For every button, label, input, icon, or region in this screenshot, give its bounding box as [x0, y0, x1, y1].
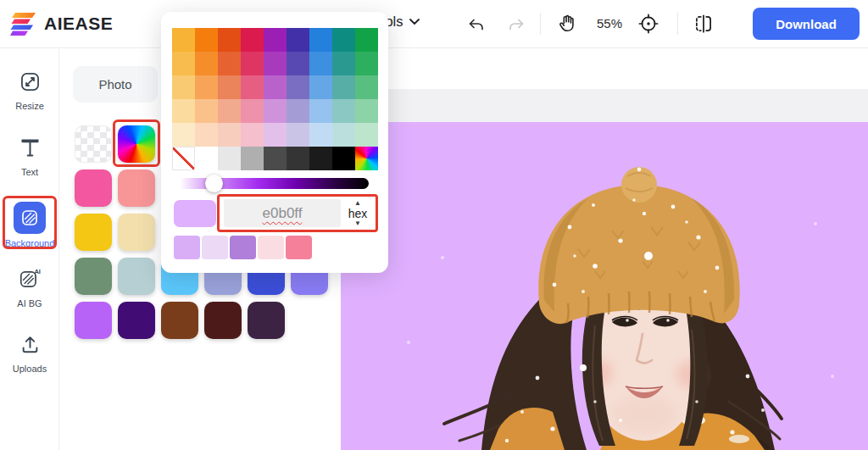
sidebar-item-resize[interactable]: Resize — [0, 70, 59, 111]
color-swatch[interactable] — [118, 258, 155, 295]
compare-before-after-button[interactable] — [693, 13, 715, 35]
recent-color-swatch[interactable] — [202, 236, 228, 259]
palette-cell[interactable] — [195, 75, 218, 99]
palette-cell[interactable] — [172, 52, 195, 75]
color-swatch[interactable] — [118, 169, 155, 207]
palette-cell[interactable] — [241, 147, 264, 170]
palette-cell[interactable] — [332, 147, 355, 170]
palette-cell[interactable] — [332, 123, 355, 147]
sidebar-item-uploads[interactable]: Uploads — [0, 333, 59, 374]
slider-thumb[interactable] — [205, 175, 223, 192]
app-logo[interactable]: AIEASE — [10, 11, 113, 36]
palette-cell[interactable] — [195, 123, 218, 147]
palette-cell[interactable] — [264, 75, 287, 99]
compare-split-icon — [693, 13, 715, 35]
color-swatch[interactable] — [161, 302, 198, 339]
palette-cell[interactable] — [287, 28, 309, 52]
tab-photo[interactable]: Photo — [73, 66, 158, 103]
palette-cell[interactable] — [218, 147, 241, 170]
sidebar-label-background: Background — [0, 238, 59, 248]
pan-hand-button[interactable] — [556, 13, 578, 35]
palette-cell[interactable] — [355, 52, 378, 75]
palette-cell[interactable] — [218, 28, 241, 52]
palette-cell[interactable] — [172, 147, 195, 170]
palette-cell[interactable] — [309, 28, 332, 52]
palette-cell[interactable] — [241, 99, 264, 123]
palette-cell[interactable] — [218, 52, 241, 75]
recent-color-swatch[interactable] — [286, 236, 312, 259]
color-swatch[interactable] — [204, 302, 242, 339]
download-button[interactable]: Download — [753, 8, 860, 40]
color-swatch[interactable] — [248, 302, 285, 339]
palette-cell[interactable] — [195, 28, 218, 52]
color-swatch[interactable] — [118, 214, 155, 251]
shade-slider[interactable] — [178, 178, 369, 189]
palette-cell[interactable] — [287, 147, 309, 170]
palette-cell[interactable] — [309, 123, 332, 147]
palette-cell[interactable] — [309, 52, 332, 75]
recent-color-swatch[interactable] — [230, 236, 256, 259]
sidebar-item-text[interactable]: Text — [0, 136, 59, 177]
palette-cell[interactable] — [355, 75, 378, 99]
locate-center-button[interactable] — [637, 13, 659, 35]
palette-cell[interactable] — [241, 28, 264, 52]
palette-cell[interactable] — [355, 147, 378, 170]
spinner-up-icon[interactable]: ▲ — [354, 200, 361, 207]
palette-cell[interactable] — [195, 147, 218, 170]
svg-text:AI: AI — [34, 268, 41, 275]
palette-cell[interactable] — [309, 147, 332, 170]
color-swatch[interactable] — [75, 214, 112, 251]
color-swatch[interactable] — [75, 258, 112, 295]
sidebar-item-background[interactable]: Background — [0, 202, 59, 248]
aiease-logo-icon — [10, 11, 37, 36]
palette-cell[interactable] — [332, 28, 355, 52]
palette-cell[interactable] — [241, 52, 264, 75]
palette-cell[interactable] — [218, 99, 241, 123]
recent-color-swatch[interactable] — [174, 236, 200, 259]
left-sidebar: Resize Text Background AI AI BG Uploads — [0, 48, 59, 450]
undo-button[interactable] — [465, 14, 487, 36]
redo-button[interactable] — [505, 14, 527, 36]
palette-cell[interactable] — [309, 99, 332, 123]
hex-input[interactable]: e0b0ff — [224, 199, 341, 227]
sidebar-item-ai-bg[interactable]: AI AI BG — [0, 267, 59, 308]
color-swatch[interactable] — [118, 302, 155, 339]
palette-cell[interactable] — [218, 75, 241, 99]
palette-cell[interactable] — [241, 123, 264, 147]
palette-cell[interactable] — [332, 75, 355, 99]
palette-cell[interactable] — [355, 28, 378, 52]
color-swatch[interactable] — [75, 169, 112, 207]
zoom-level[interactable]: 55% — [591, 16, 628, 31]
palette-cell[interactable] — [355, 123, 378, 147]
palette-cell[interactable] — [287, 52, 309, 75]
palette-cell[interactable] — [287, 99, 309, 123]
palette-cell[interactable] — [195, 99, 218, 123]
palette-cell[interactable] — [172, 28, 195, 52]
spinner-down-icon[interactable]: ▼ — [354, 220, 361, 227]
palette-cell[interactable] — [287, 123, 309, 147]
rainbow-gradient-swatch[interactable] — [118, 125, 155, 163]
palette-cell[interactable] — [172, 75, 195, 99]
canvas-margin-strip — [341, 89, 868, 122]
canvas-image[interactable] — [341, 122, 868, 450]
palette-cell[interactable] — [172, 123, 195, 147]
palette-cell[interactable] — [264, 123, 287, 147]
palette-cell[interactable] — [332, 52, 355, 75]
palette-cell[interactable] — [195, 52, 218, 75]
transparent-swatch[interactable] — [75, 125, 112, 163]
palette-cell[interactable] — [287, 75, 309, 99]
palette-cell[interactable] — [309, 75, 332, 99]
recent-color-swatch[interactable] — [258, 236, 284, 259]
crosshair-icon — [637, 13, 659, 35]
toolbar-divider — [540, 13, 541, 35]
palette-cell[interactable] — [355, 99, 378, 123]
palette-cell[interactable] — [264, 99, 287, 123]
palette-cell[interactable] — [241, 75, 264, 99]
palette-cell[interactable] — [218, 123, 241, 147]
palette-cell[interactable] — [264, 28, 287, 52]
color-swatch[interactable] — [75, 302, 112, 339]
palette-cell[interactable] — [172, 99, 195, 123]
palette-cell[interactable] — [264, 147, 287, 170]
palette-cell[interactable] — [264, 52, 287, 75]
palette-cell[interactable] — [332, 99, 355, 123]
